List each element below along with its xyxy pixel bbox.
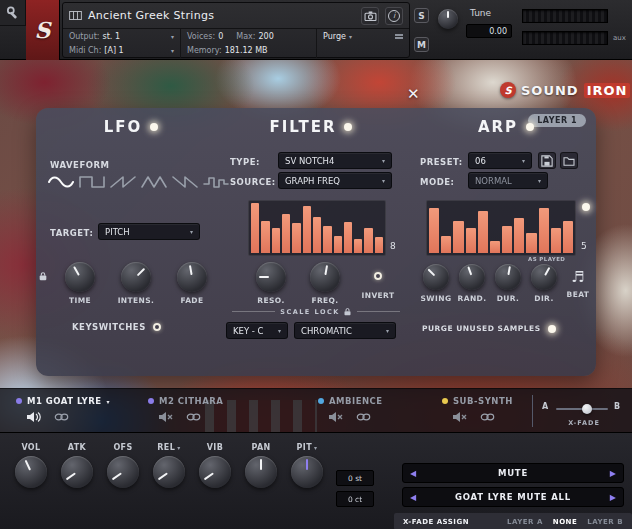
layer-ambience[interactable]: AMBIENCE	[318, 396, 383, 423]
arp-random-knob[interactable]	[459, 264, 485, 290]
xfade-slider-handle[interactable]	[582, 404, 592, 414]
scale-key-select[interactable]: KEY - C ▾	[226, 322, 288, 339]
mute-target-selector[interactable]: ◀ GOAT LYRE MUTE ALL ▶	[402, 487, 624, 507]
soundiron-s-logo: S	[35, 17, 51, 43]
filter-resonance-knob[interactable]	[256, 262, 286, 292]
arp-graph-led[interactable]	[582, 203, 590, 211]
link-icon[interactable]	[186, 412, 201, 422]
caret-icon: ▾	[278, 327, 281, 334]
next-arrow-icon[interactable]: ▶	[610, 469, 616, 478]
volume-knob[interactable]	[15, 456, 47, 488]
keyswitches-led[interactable]	[153, 323, 161, 331]
layer-m1-goat-lyre[interactable]: M1 GOAT LYRE ▾	[16, 396, 110, 423]
target-label: TARGET:	[50, 228, 93, 238]
filter-frequency-knob[interactable]	[310, 262, 340, 292]
lfo-target-select[interactable]: PITCH ▾	[98, 223, 200, 240]
arp-swing-knob[interactable]	[423, 264, 449, 290]
link-icon[interactable]	[356, 412, 371, 422]
midi-select[interactable]: Midi Ch: [A] 1 ▾	[63, 43, 180, 57]
voice-meter-icon	[395, 33, 403, 40]
attack-knob[interactable]	[61, 456, 93, 488]
pitch-cent-value[interactable]: 0 ct	[336, 491, 374, 507]
snapshot-camera-button[interactable]	[361, 7, 379, 25]
layer-m2-cithara[interactable]: M2 CITHARA	[148, 396, 223, 423]
assign-option-none[interactable]: NONE	[553, 518, 577, 526]
arp-duration-knob[interactable]	[495, 264, 521, 290]
lfo-power-led[interactable]	[150, 123, 158, 131]
pitch-semitone-value[interactable]: 0 st	[336, 470, 374, 486]
beat-notes-icon[interactable]: ♬	[571, 264, 584, 290]
instrument-title: Ancient Greek Strings	[88, 9, 214, 22]
filter-source-select[interactable]: GRAPH FREQ ▾	[278, 172, 392, 189]
waveform-triangle-icon[interactable]	[141, 174, 167, 190]
layer-sub-synth[interactable]: SUB-SYNTH	[442, 396, 513, 423]
mute-mode-selector[interactable]: ◀ MUTE ▶	[402, 463, 624, 483]
speaker-muted-icon[interactable]	[328, 411, 344, 423]
vibrato-knob[interactable]	[199, 456, 231, 488]
mute-button[interactable]: M	[414, 37, 429, 52]
purge-unused-led[interactable]	[548, 325, 556, 333]
filter-step-graph[interactable]	[248, 200, 386, 256]
caret-icon[interactable]: ▾	[314, 444, 317, 451]
link-icon[interactable]	[54, 412, 69, 422]
solo-button[interactable]: S	[414, 8, 429, 23]
lfo-intensity-knob[interactable]	[121, 262, 151, 292]
tune-knob[interactable]	[438, 9, 458, 29]
filter-type-select[interactable]: SV NOTCH4 ▾	[278, 152, 392, 169]
arp-preset-select[interactable]: 06 ▾	[468, 152, 532, 169]
folder-icon	[563, 156, 575, 166]
lfo-fade-knob[interactable]	[177, 262, 207, 292]
waveform-saw-icon[interactable]	[110, 174, 136, 190]
assign-option-layer-b[interactable]: LAYER B	[587, 518, 623, 526]
link-icon[interactable]	[480, 412, 495, 422]
release-knob[interactable]	[153, 456, 185, 488]
lock-icon[interactable]	[38, 271, 48, 281]
brand-sound: SOUND	[521, 83, 579, 98]
filter-type-label: TYPE:	[230, 157, 260, 167]
next-arrow-icon[interactable]: ▶	[610, 493, 616, 502]
output-select[interactable]: Output: st. 1 ▾	[63, 29, 180, 43]
waveform-ramp-icon[interactable]	[172, 174, 198, 190]
lfo-knob-row: TIME INTENS. FADE	[52, 262, 220, 305]
info-button[interactable]: i	[385, 7, 403, 25]
close-button[interactable]: ✕	[407, 85, 420, 103]
waveform-sine-icon[interactable]	[48, 174, 74, 190]
filter-power-led[interactable]	[344, 123, 352, 131]
speaker-muted-icon[interactable]	[452, 411, 468, 423]
waveform-steps-icon[interactable]	[203, 174, 229, 190]
caret-icon: ▾	[171, 47, 174, 54]
pan-knob[interactable]	[245, 456, 277, 488]
arp-save-button[interactable]	[538, 152, 556, 169]
keyboard-icon	[69, 11, 82, 20]
purge-menu[interactable]: Purge ▾	[317, 29, 409, 43]
arp-mode-select[interactable]: NORMAL ▾	[468, 172, 548, 189]
tools-button[interactable]	[0, 0, 26, 26]
soundiron-logo-tile[interactable]: S	[26, 0, 60, 60]
scale-type-select[interactable]: CHROMATIC ▾	[294, 322, 396, 339]
filter-invert-toggle[interactable]	[374, 272, 382, 280]
arp-load-button[interactable]	[560, 152, 578, 169]
xfade-b-label: B	[614, 402, 620, 411]
purge-unused-control[interactable]: PURGE UNUSED SAMPLES	[422, 324, 556, 333]
divider	[532, 395, 533, 427]
arp-preset-label: PRESET:	[420, 157, 463, 167]
arp-step-graph[interactable]	[426, 200, 576, 256]
bottom-knob-row: VOL ATK OFS REL▾ VIB PAN	[10, 443, 328, 488]
pitch-knob[interactable]	[291, 456, 323, 488]
instrument-title-row: Ancient Greek Strings i	[63, 3, 409, 29]
arp-direction-knob[interactable]	[531, 264, 557, 290]
offset-knob[interactable]	[107, 456, 139, 488]
assign-option-layer-a[interactable]: LAYER A	[507, 518, 543, 526]
tune-value[interactable]: 0.00	[466, 24, 512, 38]
arp-power-led[interactable]	[526, 123, 534, 131]
speaker-muted-icon[interactable]	[158, 411, 174, 423]
caret-icon[interactable]: ▾	[177, 444, 180, 451]
arp-section-title: ARP	[446, 118, 566, 136]
lfo-time-knob[interactable]	[65, 262, 95, 292]
voices-readout: Voices: 0 Max: 200	[181, 29, 316, 43]
speaker-on-icon[interactable]	[26, 411, 42, 423]
keyswitches-control[interactable]: KEYSWITCHES	[72, 322, 161, 332]
caret-icon: ▾	[190, 228, 193, 235]
waveform-square-icon[interactable]	[79, 174, 105, 190]
caret-icon: ▾	[386, 327, 389, 334]
